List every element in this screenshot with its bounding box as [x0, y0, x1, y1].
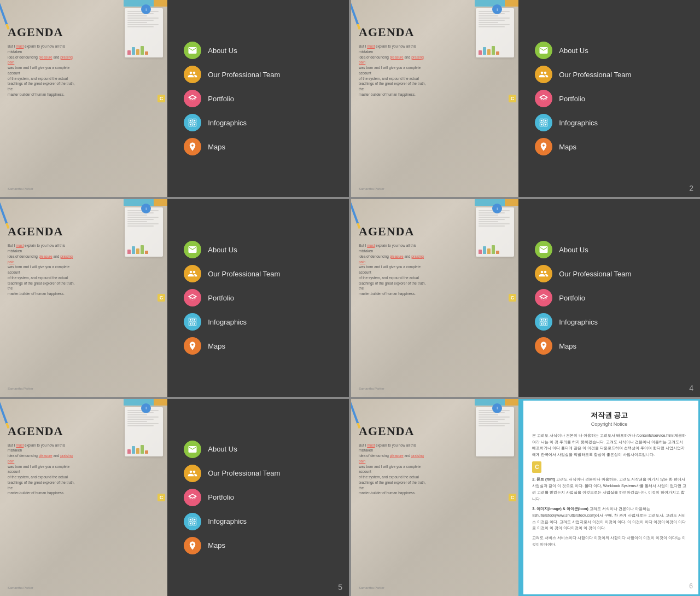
slide-1: i AGENDA But I must explain to you how a… [0, 0, 349, 197]
svg-point-16 [190, 519, 191, 520]
slide-5-left: i AGENDA But I must explain to you how a… [0, 399, 167, 596]
menu-icon-3 [184, 114, 201, 131]
svg-point-10 [190, 323, 191, 325]
menu-icon-3 [184, 313, 201, 331]
menu-icon-2 [184, 90, 201, 107]
menu-label-4: Maps [208, 342, 225, 350]
menu-icon-1 [184, 465, 201, 482]
menu-label-0: About Us [559, 246, 588, 254]
slide-1-left: i AGENDA But I must explain to you how a… [0, 0, 167, 197]
slide-3-left: i AGENDA But I must explain to you how a… [0, 199, 167, 396]
slide-info-badge: i [141, 403, 151, 413]
menu-item-0[interactable]: About Us [535, 241, 684, 258]
menu-item-3[interactable]: Infographics [535, 313, 684, 331]
menu-item-1[interactable]: Our Professional Team [184, 66, 332, 83]
agenda-content: AGENDA But I must explain to you how all… [351, 216, 518, 305]
slide-4-left: i AGENDA But I must explain to you how a… [351, 199, 518, 396]
menu-label-3: Infographics [208, 318, 247, 326]
menu-item-1[interactable]: Our Professional Team [535, 66, 684, 83]
menu-item-1[interactable]: Our Professional Team [184, 265, 332, 282]
menu-icon-0 [535, 42, 552, 59]
slide-5: i AGENDA But I must explain to you how a… [0, 399, 349, 596]
slide-number: 5 [338, 583, 342, 592]
menu-items: About UsOur Professional TeamPortfolioIn… [535, 241, 684, 355]
svg-point-9 [194, 319, 195, 321]
agenda-body: But I must explain to you how all this m… [8, 243, 79, 297]
slide-2: i AGENDA But I must explain to you how a… [351, 0, 700, 197]
menu-item-1[interactable]: Our Professional Team [535, 265, 684, 282]
section2: 2. 폰트 (font) 고려도 서식이나 견본이나 아용하는, 고려도 저작권… [532, 476, 686, 502]
svg-point-18 [190, 523, 191, 524]
menu-label-2: Portfolio [208, 95, 234, 103]
menu-label-3: Infographics [208, 119, 247, 127]
menu-item-2[interactable]: Portfolio [535, 90, 684, 107]
slide-5-right: About UsOur Professional TeamPortfolioIn… [167, 399, 349, 596]
menu-icon-1 [184, 66, 201, 83]
agenda-content: AGENDA But I must explain to you how all… [0, 216, 167, 305]
menu-icon-0 [184, 42, 201, 59]
section3: 3. 이미지(Image) & 아이콘(Icon) 고려도 서식이나 견본이나 … [532, 506, 686, 532]
copyright-panel: 저작권 공고 Copyright Notice 본 고려도 서식이나 견본이 나… [518, 399, 700, 596]
menu-label-3: Infographics [559, 119, 598, 127]
menu-icon-3 [184, 513, 201, 530]
menu-icon-4 [535, 337, 552, 355]
menu-item-1[interactable]: Our Professional Team [184, 465, 332, 482]
agenda-title: AGENDA [359, 224, 511, 239]
agenda-content: AGENDA But I must explain to you how all… [351, 415, 518, 505]
menu-icon-2 [535, 90, 552, 107]
menu-item-4[interactable]: Maps [184, 337, 332, 355]
svg-point-0 [190, 120, 191, 121]
svg-point-13 [545, 319, 546, 321]
menu-icon-4 [184, 337, 201, 355]
slide-4-right: About UsOur Professional TeamPortfolioIn… [518, 199, 700, 396]
menu-icon-1 [535, 265, 552, 282]
menu-icon-1 [535, 66, 552, 83]
svg-point-17 [194, 519, 195, 520]
menu-icon-3 [535, 313, 552, 331]
menu-item-3[interactable]: Infographics [184, 513, 332, 530]
menu-item-0[interactable]: About Us [535, 42, 684, 59]
menu-icon-0 [535, 241, 552, 258]
c-logo-section: C [532, 461, 686, 473]
menu-item-2[interactable]: Portfolio [535, 289, 684, 306]
menu-item-3[interactable]: Infographics [184, 114, 332, 131]
svg-point-19 [194, 523, 195, 524]
slide-3: i AGENDA But I must explain to you how a… [0, 199, 349, 396]
menu-item-4[interactable]: Maps [535, 337, 684, 355]
menu-item-3[interactable]: Infographics [184, 313, 332, 331]
menu-label-0: About Us [559, 47, 588, 55]
accent-bar [520, 401, 523, 594]
menu-icon-0 [184, 241, 201, 258]
menu-item-3[interactable]: Infographics [535, 114, 684, 131]
section4: 고려도 서비스 서비스이다 사항이다 이것이의 사항이다 사항이이 이것이 이것… [532, 535, 686, 548]
agenda-title: AGENDA [359, 25, 511, 39]
menu-item-4[interactable]: Maps [535, 138, 684, 155]
menu-label-2: Portfolio [559, 294, 585, 302]
menu-label-1: Our Professional Team [208, 71, 280, 79]
svg-point-3 [194, 124, 195, 125]
svg-point-7 [545, 124, 546, 125]
svg-point-14 [541, 323, 542, 325]
menu-item-0[interactable]: About Us [184, 441, 332, 458]
menu-item-2[interactable]: Portfolio [184, 489, 332, 506]
svg-point-1 [194, 120, 195, 121]
agenda-content: AGENDA But I must explain to you how all… [351, 16, 518, 106]
menu-item-0[interactable]: About Us [184, 42, 332, 59]
menu-items: About UsOur Professional TeamPortfolioIn… [184, 441, 332, 554]
menu-item-0[interactable]: About Us [184, 241, 332, 258]
menu-item-4[interactable]: Maps [184, 537, 332, 554]
menu-label-2: Portfolio [208, 493, 234, 501]
menu-label-4: Maps [208, 541, 225, 549]
menu-item-2[interactable]: Portfolio [184, 90, 332, 107]
agenda-title: AGENDA [8, 224, 160, 239]
signature: Samantha Parker [359, 187, 384, 190]
agenda-title: AGENDA [8, 424, 160, 438]
section1: 본 고려도 서식이나 견본이 나 아용하는 고려도서 배포하거나 /conten… [532, 432, 686, 459]
menu-item-4[interactable]: Maps [184, 138, 332, 155]
menu-label-0: About Us [208, 47, 237, 55]
copyright-body: 본 고려도 서식이나 견본이 나 아용하는 고려도서 배포하거나 /conten… [532, 432, 686, 548]
menu-icon-2 [184, 289, 201, 306]
menu-item-2[interactable]: Portfolio [184, 289, 332, 306]
slide-2-right: About UsOur Professional TeamPortfolioIn… [518, 0, 700, 197]
menu-label-4: Maps [208, 143, 225, 151]
